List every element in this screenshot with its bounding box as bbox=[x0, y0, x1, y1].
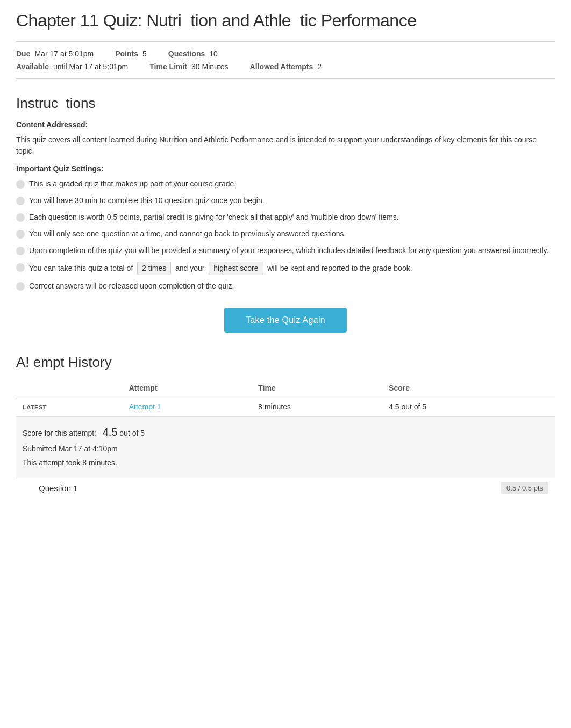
score-for-attempt-label: Score for this attempt: bbox=[23, 429, 101, 437]
attempt-history-title: A! empt History bbox=[16, 354, 555, 371]
score-detail-line: Score for this attempt: 4.5 out of 5 bbox=[23, 423, 548, 441]
latest-badge: LATEST bbox=[23, 404, 47, 410]
instructions-section: Instruc tions Content Addressed: This qu… bbox=[16, 95, 555, 292]
intro-text: This quiz covers all content learned dur… bbox=[16, 134, 555, 157]
points-value: 5 bbox=[142, 49, 147, 58]
col-header-attempt: Attempt bbox=[123, 379, 252, 397]
list-item: Each question is worth 0.5 points, parti… bbox=[16, 212, 555, 223]
bullet-icon bbox=[16, 282, 25, 291]
attempt-detail-row: Score for this attempt: 4.5 out of 5 Sub… bbox=[16, 417, 555, 478]
time-limit-item: Time Limit 30 Minutes bbox=[149, 62, 228, 71]
important-settings-label: Important Quiz Settings: bbox=[16, 164, 555, 173]
meta-row-1: Due Mar 17 at 5:01pm Points 5 Questions … bbox=[16, 47, 555, 60]
bullet-icon bbox=[16, 263, 25, 272]
bullet-icon bbox=[16, 230, 25, 239]
table-row: LATEST Attempt 1 8 minutes 4.5 out of 5 bbox=[16, 397, 555, 417]
attempt-time-cell: 8 minutes bbox=[252, 397, 382, 417]
available-value: until Mar 17 at 5:01pm bbox=[53, 62, 128, 71]
allowed-attempts-label: Allowed Attempts bbox=[250, 62, 313, 71]
submitted-text: Submitted Mar 17 at 4:10pm bbox=[23, 444, 118, 453]
content-addressed-label: Content Addressed: bbox=[16, 120, 555, 129]
attempt-score: 4.5 out of 5 bbox=[389, 402, 426, 411]
time-limit-value: 30 Minutes bbox=[191, 62, 228, 71]
list-item: You will only see one question at a time… bbox=[16, 228, 555, 240]
list-item: Upon completion of the quiz you will be … bbox=[16, 245, 555, 256]
latest-badge-cell: LATEST bbox=[16, 397, 123, 417]
attempt-history-section: A! empt History Attempt Time Score LATES… bbox=[16, 354, 555, 498]
took-line: This attempt took 8 minutes. bbox=[23, 457, 548, 468]
points-label: Points bbox=[115, 49, 138, 58]
allowed-attempts-value: 2 bbox=[317, 62, 322, 71]
take-quiz-container: Take the Quiz Again bbox=[16, 308, 555, 333]
available-item: Available until Mar 17 at 5:01pm bbox=[16, 62, 128, 71]
questions-value: 10 bbox=[209, 49, 218, 58]
bullet-icon bbox=[16, 213, 25, 222]
took-text: This attempt took 8 minutes. bbox=[23, 458, 117, 467]
page-title: Chapter 11 Quiz: Nutri tion and Athle ti… bbox=[16, 11, 555, 31]
table-header-row: Attempt Time Score bbox=[16, 379, 555, 397]
score-suffix: out of 5 bbox=[119, 429, 145, 437]
attempt-time: 8 minutes bbox=[258, 402, 291, 411]
score-value: 4.5 bbox=[103, 426, 118, 438]
col-header-score: Score bbox=[382, 379, 555, 397]
due-item: Due Mar 17 at 5:01pm bbox=[16, 49, 94, 58]
bullet-list: This is a graded quiz that makes up part… bbox=[16, 178, 555, 292]
list-item: You will have 30 min to complete this 10… bbox=[16, 195, 555, 206]
list-item: This is a graded quiz that makes up part… bbox=[16, 178, 555, 190]
question-score-cell: 0.5 / 0.5 pts bbox=[382, 478, 555, 498]
question-score-badge: 0.5 / 0.5 pts bbox=[501, 482, 548, 494]
list-item: Correct answers will be released upon co… bbox=[16, 280, 555, 292]
bullet-icon bbox=[16, 180, 25, 189]
attempt-link[interactable]: Attempt 1 bbox=[129, 402, 161, 411]
due-label: Due bbox=[16, 49, 30, 58]
time-limit-label: Time Limit bbox=[149, 62, 187, 71]
question-row: Question 1 0.5 / 0.5 pts bbox=[16, 478, 555, 498]
bullet-icon bbox=[16, 247, 25, 255]
available-label: Available bbox=[16, 62, 49, 71]
attempt-detail-cell: Score for this attempt: 4.5 out of 5 Sub… bbox=[16, 417, 555, 478]
attempt-score-cell: 4.5 out of 5 bbox=[382, 397, 555, 417]
meta-section: Due Mar 17 at 5:01pm Points 5 Questions … bbox=[16, 41, 555, 79]
instructions-title: Instruc tions bbox=[16, 95, 555, 112]
col-header-time: Time bbox=[252, 379, 382, 397]
take-quiz-button[interactable]: Take the Quiz Again bbox=[224, 308, 347, 333]
col-header-empty bbox=[16, 379, 123, 397]
bullet-icon bbox=[16, 197, 25, 205]
attempt-link-cell: Attempt 1 bbox=[123, 397, 252, 417]
questions-item: Questions 10 bbox=[168, 49, 218, 58]
submitted-line: Submitted Mar 17 at 4:10pm bbox=[23, 443, 548, 455]
meta-row-2: Available until Mar 17 at 5:01pm Time Li… bbox=[16, 60, 555, 73]
questions-label: Questions bbox=[168, 49, 205, 58]
allowed-attempts-item: Allowed Attempts 2 bbox=[250, 62, 322, 71]
due-value: Mar 17 at 5:01pm bbox=[34, 49, 94, 58]
points-item: Points 5 bbox=[115, 49, 147, 58]
attempt-table: Attempt Time Score LATEST Attempt 1 8 mi… bbox=[16, 379, 555, 498]
question-number-cell: Question 1 bbox=[16, 478, 382, 498]
question-number: Question 1 bbox=[23, 484, 78, 493]
list-item: You can take this quiz a total of 2 time… bbox=[16, 262, 555, 275]
